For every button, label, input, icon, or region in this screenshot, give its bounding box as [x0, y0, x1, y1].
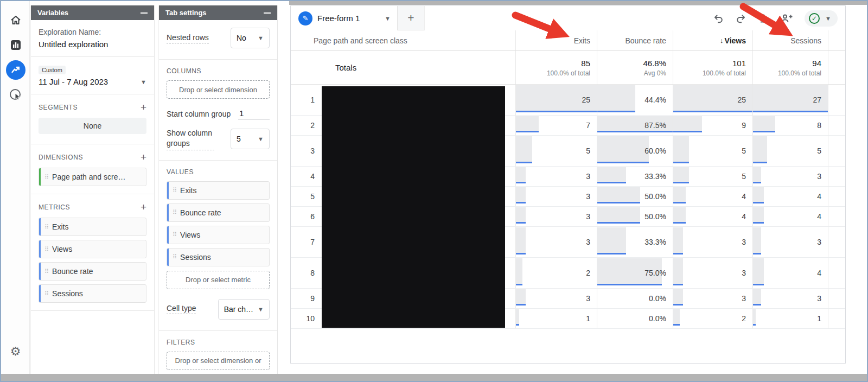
bar-chart-fill	[516, 227, 526, 254]
bounce-value: 0.0%	[649, 294, 666, 303]
status-check-button[interactable]: ✓ ▼	[805, 10, 838, 27]
value-chip[interactable]: ⠿ Bounce rate	[167, 203, 270, 222]
segments-label: SEGMENTS	[39, 104, 78, 111]
bar-chart-fill	[673, 258, 683, 285]
bar-chart-fill	[597, 85, 635, 112]
divider	[31, 144, 154, 144]
metric-chip[interactable]: ⠿ Bounce rate	[39, 262, 146, 281]
sessions-cell: 3	[752, 227, 828, 257]
value-chip-label: Views	[180, 231, 200, 239]
admin-gear-icon[interactable]: ⚙	[1, 345, 30, 359]
advertising-icon[interactable]	[1, 82, 30, 107]
column-header-dimension[interactable]: Page path and screen class	[291, 30, 515, 50]
row-number: 7	[291, 227, 322, 257]
add-dimension-button[interactable]: +	[141, 152, 146, 162]
sessions-cell: 1	[752, 309, 828, 328]
nested-rows-value: No	[237, 34, 246, 42]
sessions-value: 5	[817, 147, 821, 155]
cell-type-dropdown[interactable]: Bar ch… ▼	[218, 299, 270, 320]
segments-none-value[interactable]: None	[39, 118, 146, 134]
redo-icon[interactable]	[735, 12, 747, 24]
value-chip-label: Bounce rate	[180, 208, 221, 217]
sessions-value: 4	[817, 269, 821, 277]
metrics-label: METRICS	[39, 203, 70, 211]
dimension-chip[interactable]: ⠿ Page path and scre…	[39, 168, 146, 186]
bar-chart-fill	[516, 309, 519, 326]
minimize-icon[interactable]	[264, 12, 271, 14]
metric-chip[interactable]: ⠿ Sessions	[39, 284, 146, 303]
metric-chip[interactable]: ⠿ Views	[39, 240, 146, 258]
reports-icon[interactable]	[1, 33, 30, 58]
values-drop-zone[interactable]: Drop or select metric	[167, 271, 270, 289]
share-with-people-icon[interactable]	[781, 12, 794, 24]
filters-drop-zone[interactable]: Drop or select dimension or	[167, 352, 270, 370]
sort-desc-icon: ↓	[720, 36, 724, 44]
tab-settings-panel-title: Tab settings	[165, 9, 207, 17]
column-header-sessions[interactable]: Sessions	[752, 30, 828, 50]
sessions-cell: 5	[752, 136, 828, 166]
cell-type-label: Cell type	[167, 304, 196, 314]
exits-cell: 3	[515, 207, 597, 226]
column-header-views[interactable]: ↓Views	[673, 30, 752, 50]
explore-icon[interactable]	[1, 58, 30, 82]
column-header-bounce-rate[interactable]: Bounce rate	[597, 30, 673, 50]
bounce-value: 75.0%	[644, 269, 666, 277]
metric-chip-label: Sessions	[52, 289, 83, 298]
bounce-cell: 33.3%	[597, 167, 673, 186]
exits-cell: 2	[515, 258, 597, 288]
chevron-down-icon[interactable]: ▼	[385, 15, 391, 22]
show-column-groups-dropdown[interactable]: 5 ▼	[231, 129, 270, 149]
add-segment-button[interactable]: +	[141, 102, 146, 112]
sessions-cell: 4	[752, 258, 828, 288]
exits-value: 5	[586, 147, 590, 155]
views-value: 3	[742, 294, 746, 303]
views-value: 25	[737, 96, 746, 104]
sessions-cell: 3	[752, 289, 828, 308]
start-column-group-input[interactable]: 1	[238, 109, 270, 119]
exits-value: 3	[586, 192, 590, 201]
exits-cell: 1	[515, 309, 597, 328]
drag-handle-icon: ⠿	[44, 268, 48, 275]
add-tab-button[interactable]: +	[398, 6, 425, 30]
metric-chip[interactable]: ⠿ Exits	[39, 218, 146, 236]
bar-chart-fill	[673, 289, 683, 305]
home-icon[interactable]	[1, 8, 30, 33]
row-number: 6	[291, 207, 322, 226]
minimize-icon[interactable]	[141, 12, 148, 14]
bounce-cell: 33.3%	[597, 227, 673, 257]
download-icon[interactable]	[758, 12, 770, 24]
sessions-value: 3	[817, 172, 821, 181]
views-value: 5	[742, 147, 746, 155]
columns-label: COLUMNS	[167, 67, 270, 75]
views-cell: 9	[673, 116, 752, 135]
value-chip[interactable]: ⠿ Exits	[167, 181, 270, 200]
chevron-down-icon: ▼	[258, 136, 264, 142]
sessions-value: 1	[817, 314, 821, 323]
value-chip[interactable]: ⠿ Views	[167, 226, 270, 244]
exits-value: 3	[586, 294, 590, 303]
sessions-cell: 8	[752, 116, 828, 135]
bar-chart-fill	[516, 116, 539, 132]
nested-rows-dropdown[interactable]: No ▼	[231, 28, 270, 48]
divider	[31, 310, 154, 311]
date-range-selector[interactable]: 11 Jul - 7 Aug 2023 ▼	[39, 77, 146, 86]
views-value: 2	[742, 314, 746, 323]
bar-chart-fill	[597, 227, 626, 254]
drag-handle-icon: ⠿	[44, 246, 48, 253]
undo-icon[interactable]	[712, 12, 724, 24]
views-cell: 25	[673, 85, 752, 115]
bounce-value: 44.4%	[644, 96, 666, 104]
column-header-exits[interactable]: Exits	[515, 30, 597, 50]
start-column-group-label: Start column group	[167, 110, 231, 118]
columns-drop-zone[interactable]: Drop or select dimension	[167, 80, 270, 99]
value-chip[interactable]: ⠿ Sessions	[167, 248, 270, 266]
totals-exits: 85 100.0% of total	[515, 51, 597, 84]
tab-freeform-1[interactable]: ✎ Free-form 1 ▼	[291, 6, 398, 30]
exploration-name-value[interactable]: Untitled exploration	[39, 40, 146, 49]
divider	[31, 194, 154, 194]
row-number: 10	[291, 309, 322, 328]
sessions-cell: 4	[752, 187, 828, 206]
exits-value: 3	[586, 238, 590, 246]
add-metric-button[interactable]: +	[141, 202, 146, 212]
show-column-groups-label: Show column groups	[167, 128, 214, 150]
